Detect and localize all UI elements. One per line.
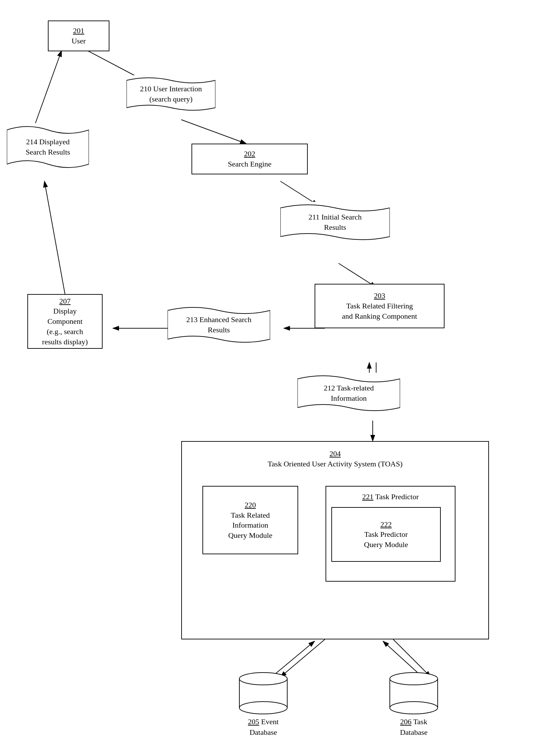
svg-point-21 <box>390 673 438 685</box>
node-210: 210 User Interaction(search query) <box>127 75 215 113</box>
node-220: 220 Task RelatedInformationQuery Module <box>202 486 298 554</box>
node-221: 221 Task Predictor 222 Task PredictorQue… <box>326 486 455 582</box>
node-203: 203 Task Related Filteringand Ranking Co… <box>315 284 445 328</box>
node-205: 205 EventDatabase <box>236 670 291 738</box>
node-213: 213 Enhanced SearchResults <box>168 304 270 345</box>
svg-line-8 <box>44 181 65 294</box>
node-211: 211 Initial SearchResults <box>280 202 390 243</box>
node-222: 222 Task PredictorQuery Module <box>331 507 441 562</box>
node-207: 207 DisplayComponent(e.g., searchresults… <box>27 294 103 349</box>
diagram-container: 201 User 210 User Interaction(search que… <box>0 0 543 756</box>
svg-line-9 <box>34 51 62 127</box>
svg-line-3 <box>181 120 246 144</box>
svg-point-22 <box>390 702 438 714</box>
node-201: 201 User <box>48 21 109 51</box>
svg-point-19 <box>239 702 287 714</box>
node-202: 202 Search Engine <box>191 144 308 174</box>
svg-point-18 <box>239 673 287 685</box>
node-204: 204 Task Oriented User Activity System (… <box>181 441 489 639</box>
node-214: 214 DisplayedSearch Results <box>7 123 89 171</box>
node-206: 206 TaskDatabase <box>386 670 441 738</box>
node-212: 212 Task-relatedInformation <box>297 373 400 414</box>
arrows-svg <box>0 0 543 756</box>
